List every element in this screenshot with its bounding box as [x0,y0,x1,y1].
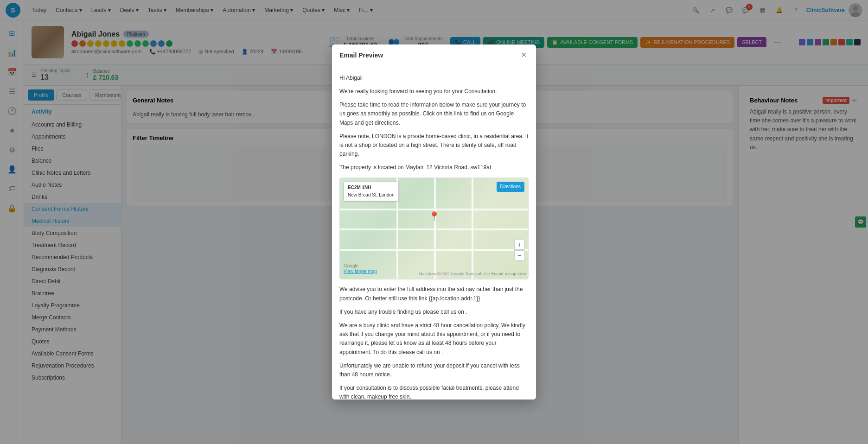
modal-para7: We are a busy clinic and have a strict 4… [339,321,529,357]
map-location-pin: 📍 [428,209,440,224]
map-road-v3 [472,178,473,279]
map-zoom-out-button[interactable]: − [514,250,524,260]
map-placeholder: 📍 EC2M 1NH New Broad St, London Directio… [340,178,528,279]
modal-para2: Please take time to read the information… [339,101,529,127]
modal-title: Email Preview [339,51,383,59]
map-zoom-in-button[interactable]: + [514,240,524,250]
modal-para1: We're really looking forward to seeing y… [339,87,529,96]
map-google-logo: Google [344,262,358,270]
map-attribution: Map data ©2022 Google Terms of Use Repor… [419,271,526,277]
modal-close-button[interactable]: ✕ [518,50,529,60]
modal-para3: Please note, LONDON is a private home-ba… [339,132,529,159]
modal-para5: We advise you to enter the full address … [339,285,529,303]
modal-greeting: Hi Abigail [339,74,529,82]
modal-para6: If you have any trouble finding us pleas… [339,308,529,317]
map-address-label: EC2M 1NH New Broad St, London [344,182,399,201]
modal-para9: If your consultation is to discuss possi… [339,384,529,400]
modal-para8: Unfortunately we are unable to refund yo… [339,362,529,379]
modal-para4: The property is located on Mayfair, 12 V… [339,163,529,172]
modal-overlay: Email Preview ✕ Hi Abigail We're really … [0,0,868,444]
map-directions-button[interactable]: Directions [497,182,524,192]
email-preview-modal: Email Preview ✕ Hi Abigail We're really … [332,44,536,400]
map-road-v2 [434,178,436,279]
modal-body: Hi Abigail We're really looking forward … [332,66,536,400]
modal-header: Email Preview ✕ [332,44,536,66]
map-zoom-controls: + − [514,240,524,260]
modal-map: 📍 EC2M 1NH New Broad St, London Directio… [339,178,529,279]
